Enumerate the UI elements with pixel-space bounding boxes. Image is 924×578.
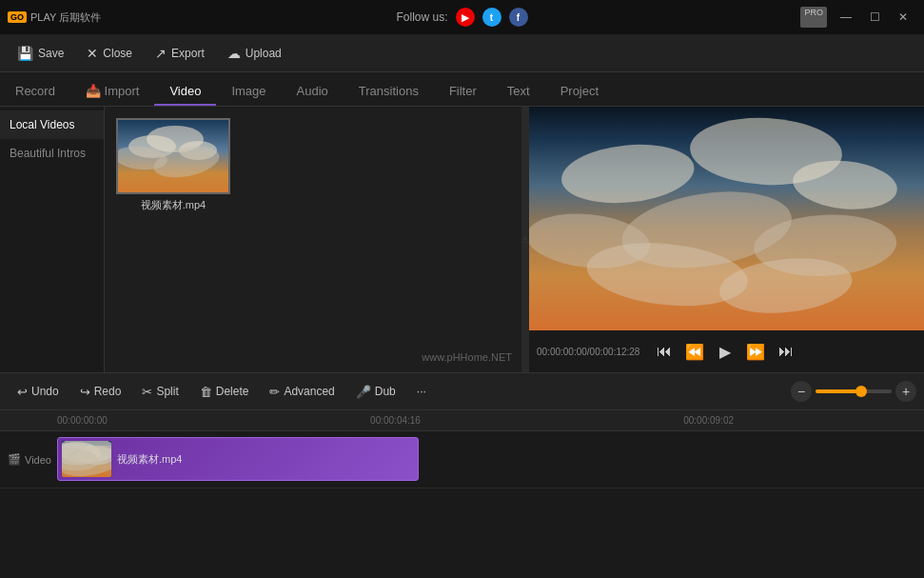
top-toolbar: 💾 Save ✕ Close ↗ Export ☁ Upload — [0, 34, 924, 72]
nav-tabs: Record 📥 Import Video Image Audio Transi… — [0, 72, 924, 107]
upload-icon: ☁ — [227, 46, 241, 61]
preview-panel: 00:00:00:00/00:00:12:28 ⏮ ⏪ ▶ ⏩ ⏭ — [529, 107, 924, 372]
close-btn[interactable]: ✕ Close — [77, 42, 142, 65]
media-panel: 视频素材.mp4 www.pHHome.NET — [105, 107, 521, 372]
timeline-track-video: 🎬 Video 视频素材.mp4 — [0, 431, 924, 488]
play-button[interactable]: ▶ — [712, 338, 738, 365]
video-track-icon: 🎬 — [8, 453, 21, 466]
twitter-icon[interactable]: t — [482, 8, 501, 27]
media-sidebar: Local Videos Beautiful Intros — [0, 107, 105, 372]
logo-badge: GO — [8, 11, 27, 23]
tab-transitions[interactable]: Transitions — [344, 78, 434, 106]
ruler-mark-1: 00:00:04:16 — [370, 415, 421, 426]
undo-button[interactable]: ↩ Undo — [8, 381, 69, 403]
skip-forward-button[interactable]: ⏭ — [773, 338, 799, 365]
clip-label: 视频素材.mp4 — [117, 452, 182, 467]
dub-icon: 🎤 — [356, 385, 371, 399]
video-clip[interactable]: 视频素材.mp4 — [57, 437, 419, 481]
sidebar-item-beautiful-intros[interactable]: Beautiful Intros — [0, 139, 104, 168]
redo-icon: ↪ — [80, 385, 90, 399]
split-button[interactable]: ✂ Split — [132, 381, 187, 403]
media-filename: 视频素材.mp4 — [116, 198, 230, 212]
track-label-video: 🎬 Video — [0, 453, 57, 466]
advanced-button[interactable]: ✏ Advanced — [260, 381, 344, 403]
undo-icon: ↩ — [17, 385, 28, 399]
save-icon: 💾 — [17, 46, 33, 61]
delete-button[interactable]: 🗑 Delete — [190, 381, 259, 403]
zoom-slider[interactable] — [816, 389, 892, 393]
tab-image[interactable]: Image — [216, 78, 281, 106]
advanced-icon: ✏ — [269, 385, 280, 399]
timeline-ruler: 00:00:00:00 00:00:04:16 00:00:09:02 — [0, 410, 924, 431]
close-icon: ✕ — [87, 46, 98, 61]
dub-button[interactable]: 🎤 Dub — [346, 381, 405, 403]
time-display: 00:00:00:00/00:00:12:28 — [537, 347, 639, 357]
close-button[interactable]: ✕ — [890, 7, 916, 28]
skip-back-button[interactable]: ⏮ — [651, 338, 678, 365]
split-icon: ✂ — [142, 385, 152, 399]
app-logo: GO PLAY 后期软件 — [8, 10, 101, 25]
media-thumbnail — [116, 118, 230, 194]
zoom-thumb[interactable] — [855, 386, 867, 397]
tab-record[interactable]: Record — [0, 78, 70, 106]
zoom-fill — [816, 389, 857, 393]
sidebar-item-local-videos[interactable]: Local Videos — [0, 110, 104, 139]
export-button[interactable]: ↗ Export — [146, 42, 214, 65]
zoom-out-button[interactable]: − — [791, 381, 812, 402]
ruler-mark-0: 00:00:00:00 — [57, 415, 108, 426]
main-content: Local Videos Beautiful Intros 视频素材.mp4 w… — [0, 107, 924, 372]
redo-button[interactable]: ↪ Redo — [70, 381, 131, 403]
follow-label: Follow us: — [396, 10, 447, 24]
logo-text: PLAY 后期软件 — [30, 10, 101, 25]
youtube-icon[interactable]: ▶ — [456, 8, 475, 27]
maximize-button[interactable]: ☐ — [861, 7, 888, 28]
social-follow: Follow us: ▶ t f — [396, 8, 527, 27]
window-controls: PRO — ☐ ✕ — [800, 7, 916, 28]
upload-button[interactable]: ☁ Upload — [218, 42, 291, 65]
delete-icon: 🗑 — [200, 385, 212, 399]
more-options[interactable]: ··· — [407, 381, 436, 402]
facebook-icon[interactable]: f — [509, 8, 528, 27]
watermark: www.pHHome.NET — [422, 351, 512, 363]
pro-badge: PRO — [800, 7, 827, 28]
minimize-button[interactable]: — — [833, 7, 859, 28]
save-button[interactable]: 💾 Save — [8, 42, 73, 65]
clip-thumbnail — [62, 441, 111, 477]
track-content-video[interactable]: 视频素材.mp4 — [57, 431, 924, 488]
step-forward-button[interactable]: ⏩ — [742, 338, 769, 365]
tab-filter[interactable]: Filter — [434, 78, 492, 106]
preview-controls: 00:00:00:00/00:00:12:28 ⏮ ⏪ ▶ ⏩ ⏭ — [529, 330, 924, 372]
tab-video[interactable]: Video — [154, 78, 216, 106]
preview-viewport — [529, 107, 924, 330]
tab-import[interactable]: 📥 Import — [70, 78, 154, 106]
zoom-controls: − + — [791, 381, 916, 402]
media-item[interactable]: 视频素材.mp4 — [116, 118, 230, 212]
ruler-mark-2: 00:00:09:02 — [683, 415, 734, 426]
export-icon: ↗ — [155, 46, 167, 61]
tab-audio[interactable]: Audio — [282, 78, 344, 106]
zoom-in-button[interactable]: + — [895, 381, 916, 402]
tab-project[interactable]: Project — [545, 78, 614, 106]
titlebar: GO PLAY 后期软件 Follow us: ▶ t f PRO — ☐ ✕ — [0, 0, 924, 34]
timeline-empty-area — [0, 488, 924, 563]
step-back-button[interactable]: ⏪ — [681, 338, 708, 365]
timeline: 00:00:00:00 00:00:04:16 00:00:09:02 🎬 Vi… — [0, 410, 924, 563]
tab-text[interactable]: Text — [492, 78, 545, 106]
edit-toolbar: ↩ Undo ↪ Redo ✂ Split 🗑 Delete ✏ Advance… — [0, 372, 924, 410]
panel-resize-handle[interactable]: ⋮ — [521, 107, 529, 372]
